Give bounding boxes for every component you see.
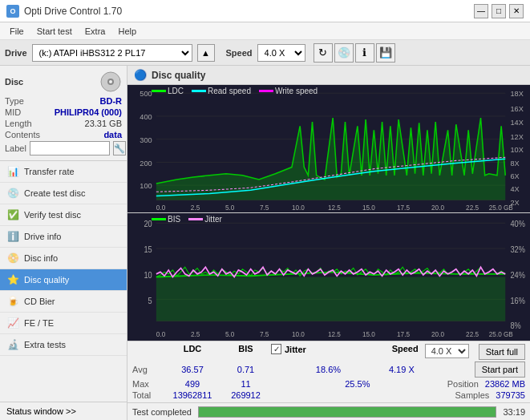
lower-chart: BIS Jitter 20 15 — [127, 213, 530, 341]
sidebar-item-transfer-rate[interactable]: 📊 Transfer rate — [0, 161, 127, 183]
svg-text:25.0 GB: 25.0 GB — [489, 329, 513, 338]
minimize-button[interactable]: — — [474, 4, 488, 18]
jitter-checkbox[interactable]: ✓ — [271, 344, 281, 354]
svg-text:14X: 14X — [510, 119, 523, 127]
svg-text:20.0: 20.0 — [431, 204, 444, 212]
lower-legend: BIS Jitter — [152, 215, 222, 224]
svg-text:2.5: 2.5 — [191, 329, 200, 338]
svg-text:10X: 10X — [510, 146, 523, 154]
legend-write-speed-label: Write speed — [275, 87, 318, 95]
legend-read-speed: Read speed — [192, 87, 251, 95]
sidebar: Disc Type BD-R MID PHILIPR04 (000) Lengt… — [0, 66, 127, 420]
legend-jitter-label: Jitter — [204, 215, 222, 224]
sidebar-item-cd-bier[interactable]: 🍺 CD Bier — [0, 291, 127, 313]
stats-avg-row: Avg 36.57 0.71 18.6% 4.19 X Start part — [132, 361, 525, 378]
chart-header-icon: 🔵 — [134, 69, 147, 81]
svg-text:8X: 8X — [510, 160, 519, 168]
max-jitter: 25.5% — [271, 379, 444, 389]
legend-read-speed-color — [192, 90, 206, 92]
sidebar-item-disc-quality[interactable]: ⭐ Disc quality — [0, 269, 127, 291]
start-full-button[interactable]: Start full — [479, 344, 525, 360]
drive-info-icon: ℹ️ — [6, 230, 19, 243]
info-icon[interactable]: ℹ — [355, 43, 374, 63]
sidebar-label-create-test-disc: Create test disc — [24, 188, 85, 198]
stats-header-row: LDC BIS ✓ Jitter Speed 4.0 X Start full — [132, 344, 525, 360]
disc-label-edit-button[interactable]: 🔧 — [113, 141, 126, 155]
disc-label-input[interactable] — [30, 141, 110, 155]
total-bis: 269912 — [224, 390, 268, 400]
disc-mid-row: MID PHILIPR04 (000) — [5, 107, 122, 117]
upper-chart-svg: 500 400 300 200 100 18X 16X 14X 12X 10X … — [127, 85, 530, 212]
disc-contents-label: Contents — [5, 130, 40, 139]
start-part-button[interactable]: Start part — [475, 361, 525, 378]
disc-type-label: Type — [5, 96, 24, 106]
disc-info-icon: 📀 — [6, 252, 19, 265]
disc-contents-row: Contents data — [5, 130, 122, 139]
disc-label-key: Label — [5, 143, 26, 153]
sidebar-item-disc-info[interactable]: 📀 Disc info — [0, 248, 127, 269]
max-ldc: 499 — [164, 379, 220, 389]
sidebar-item-create-test-disc[interactable]: 💿 Create test disc — [0, 183, 127, 204]
svg-text:200: 200 — [140, 160, 152, 168]
close-button[interactable]: ✕ — [509, 4, 524, 18]
svg-text:10.0: 10.0 — [292, 329, 305, 338]
disc-header: Disc — [5, 71, 122, 93]
status-window-label: Status window >> — [6, 406, 76, 416]
menu-file[interactable]: File — [3, 25, 30, 38]
max-bis: 11 — [224, 379, 268, 389]
sidebar-item-fe-te[interactable]: 📈 FE / TE — [0, 313, 127, 334]
sidebar-item-verify-test-disc[interactable]: ✅ Verify test disc — [0, 204, 127, 226]
svg-text:15: 15 — [144, 244, 152, 254]
svg-text:7.5: 7.5 — [260, 329, 269, 338]
legend-bis-label: BIS — [168, 215, 180, 224]
svg-text:25.0 GB: 25.0 GB — [489, 204, 514, 212]
avg-speed: 4.19 X — [389, 365, 415, 374]
sidebar-label-disc-quality: Disc quality — [24, 275, 69, 285]
svg-text:22.5: 22.5 — [466, 329, 479, 338]
svg-text:5: 5 — [148, 296, 152, 305]
legend-bis-color — [152, 218, 166, 220]
stats-bar: LDC BIS ✓ Jitter Speed 4.0 X Start full — [127, 341, 530, 402]
checkmark-icon: ✓ — [273, 345, 280, 353]
samples-label: Samples — [455, 390, 489, 400]
menu-start-test[interactable]: Start test — [30, 25, 79, 38]
disc-label-row: Label 🔧 — [5, 141, 122, 155]
drive-label: Drive — [5, 48, 27, 58]
avg-ldc: 36.57 — [164, 365, 220, 374]
svg-marker-62 — [156, 277, 505, 321]
svg-text:20.0: 20.0 — [431, 329, 444, 338]
max-label: Max — [132, 379, 161, 389]
avg-bis: 0.71 — [224, 365, 268, 374]
disc-length-value: 23.31 GB — [85, 119, 122, 128]
disc-quality-icon: ⭐ — [6, 273, 19, 286]
nav-items: 📊 Transfer rate 💿 Create test disc ✅ Ver… — [0, 161, 127, 402]
sidebar-item-extra-tests[interactable]: 🔬 Extra tests — [0, 334, 127, 356]
refresh-icon[interactable]: ↻ — [314, 43, 333, 63]
eject-button[interactable]: ▲ — [197, 44, 215, 62]
disc-length-row: Length 23.31 GB — [5, 119, 122, 128]
status-window-button[interactable]: Status window >> — [0, 402, 127, 420]
menu-extra[interactable]: Extra — [79, 25, 112, 38]
save-icon[interactable]: 💾 — [376, 43, 395, 63]
stats-total-row: Total 13962811 269912 Samples 379735 — [132, 390, 525, 400]
progress-bar-fill — [199, 407, 496, 417]
maximize-button[interactable]: □ — [492, 4, 506, 18]
chart-speed-select[interactable]: 4.0 X — [425, 344, 469, 358]
legend-read-speed-label: Read speed — [208, 87, 251, 95]
legend-write-speed: Write speed — [259, 87, 318, 95]
svg-text:4X: 4X — [510, 185, 519, 193]
disc-icon[interactable]: 💿 — [334, 43, 354, 63]
svg-text:10.0: 10.0 — [292, 204, 305, 212]
menu-help[interactable]: Help — [111, 25, 143, 38]
svg-text:16X: 16X — [510, 105, 523, 113]
drive-select[interactable]: (k:) ATAPI iHBS312 2 PL17 — [32, 44, 192, 62]
svg-text:32%: 32% — [510, 244, 524, 254]
samples-value: 379735 — [496, 390, 525, 400]
svg-text:2.5: 2.5 — [191, 204, 200, 212]
bottom-status-bar: Test completed 33:19 — [127, 402, 530, 420]
svg-text:12.5: 12.5 — [328, 204, 341, 212]
speed-select[interactable]: 4.0 X — [257, 44, 305, 62]
svg-text:12X: 12X — [510, 133, 523, 141]
svg-point-2 — [109, 80, 112, 83]
sidebar-item-drive-info[interactable]: ℹ️ Drive info — [0, 226, 127, 248]
